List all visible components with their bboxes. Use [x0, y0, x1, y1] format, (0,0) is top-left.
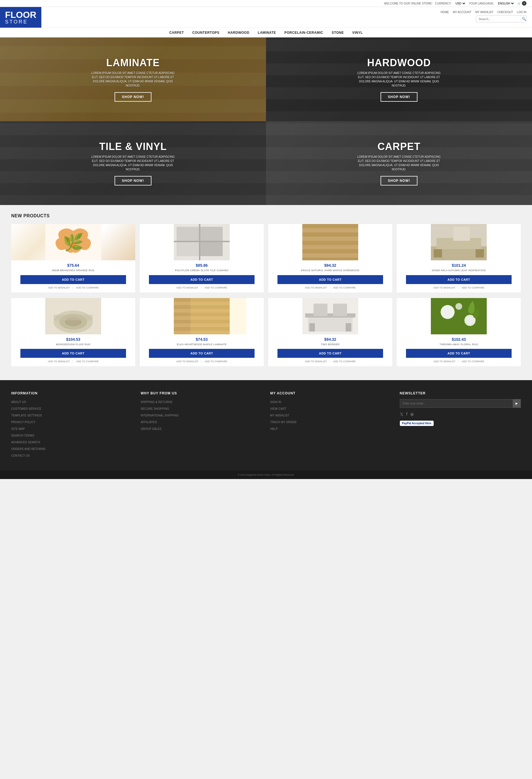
- home-link[interactable]: HOME: [440, 11, 449, 14]
- wishlist-link-3[interactable]: ADD TO WISHLIST: [305, 286, 327, 289]
- footer-link-group-sales[interactable]: GROUP SALES: [141, 427, 162, 430]
- nav-right: HOME MY ACCOUNT MY WISHLIST CHECKOUT LOG…: [440, 11, 526, 24]
- my-wishlist-link[interactable]: MY WISHLIST: [475, 11, 493, 14]
- login-link[interactable]: LOG IN: [517, 11, 526, 14]
- product-card-1: $75.64 INDIB BRANCHES ORANGE RUG ADD TO …: [11, 224, 135, 292]
- footer-link-intl-shipping[interactable]: INTERNATIONAL SHIPPING: [141, 414, 179, 417]
- footer-link-customer[interactable]: CUSTOMER SERVICE: [11, 407, 41, 410]
- footer-link-privacy[interactable]: PRIVACY POLICY: [11, 421, 36, 424]
- footer-link-sign-in[interactable]: SIGN IN: [270, 401, 281, 404]
- nav-countertops[interactable]: COUNTERTOPS: [192, 31, 219, 35]
- svg-rect-113: [305, 313, 355, 317]
- hero-tile-desc: LOREM IPSUM DOLOR SIT AMET CONSE CTETUR …: [91, 155, 175, 172]
- footer-link-wishlist[interactable]: MY WISHLIST: [270, 414, 289, 417]
- products-grid-row1: $75.64 INDIB BRANCHES ORANGE RUG ADD TO …: [11, 224, 521, 292]
- svg-rect-81: [302, 232, 358, 237]
- compare-link-3[interactable]: ADD TO COMPARE: [333, 286, 356, 289]
- hero-hardwood-btn[interactable]: SHOP NOW!: [380, 92, 417, 102]
- svg-rect-76: [174, 241, 230, 242]
- compare-link-4[interactable]: ADD TO COMPARE: [462, 286, 484, 289]
- nav-hardwood[interactable]: HARDWOOD: [228, 31, 249, 35]
- product-name-5: MOHODESIGN FLUID RUG: [11, 343, 135, 346]
- wishlist-link-7[interactable]: ADD TO WISHLIST: [305, 360, 327, 363]
- compare-link-7[interactable]: ADD TO COMPARE: [333, 360, 356, 363]
- add-to-cart-btn-6[interactable]: ADD TO CART: [149, 349, 254, 358]
- twitter-icon[interactable]: 𝕏: [400, 412, 404, 417]
- hero-hardwood: HARDWOOD LOREM IPSUM DOLOR SIT AMET CONS…: [266, 38, 532, 121]
- add-to-cart-btn-1[interactable]: ADD TO CART: [20, 275, 126, 284]
- add-to-cart-btn-7[interactable]: ADD TO CART: [278, 349, 383, 358]
- footer-link-about[interactable]: ABOUT US: [11, 401, 26, 404]
- svg-rect-82: [302, 237, 358, 241]
- compare-link-6[interactable]: ADD TO COMPARE: [204, 360, 227, 363]
- wishlist-link-2[interactable]: ADD TO WISHLIST: [176, 286, 198, 289]
- language-select[interactable]: ENGLISH: [497, 2, 515, 5]
- footer-my-account-list: SIGN IN VIEW CART MY WISHLIST TRACK MY O…: [270, 399, 392, 431]
- svg-rect-91: [453, 227, 470, 241]
- nav-porcelain[interactable]: PORCELAIN-CERAMIC: [285, 31, 323, 35]
- search-button[interactable]: 🔍: [519, 16, 526, 22]
- product-price-3: $94.32: [268, 263, 392, 267]
- compare-link-2[interactable]: ADD TO COMPARE: [204, 286, 227, 289]
- footer-link-orders[interactable]: ORDERS AND RETURNS: [11, 447, 46, 451]
- product-links-3: ADD TO WISHLIST | ADD TO COMPARE: [268, 286, 392, 289]
- add-to-cart-btn-2[interactable]: ADD TO CART: [149, 275, 254, 284]
- footer-link-track[interactable]: TRACK MY ORDER: [270, 421, 297, 424]
- logo[interactable]: FLOOR STORE: [0, 7, 41, 27]
- wishlist-link-5[interactable]: ADD TO WISHLIST: [48, 360, 70, 363]
- hero-laminate-btn[interactable]: SHOP NOW!: [115, 92, 151, 102]
- add-to-cart-btn-8[interactable]: ADD TO CART: [406, 349, 511, 358]
- newsletter-input-wrap[interactable]: ▶: [400, 399, 521, 408]
- checkout-link[interactable]: CHECKOUT: [497, 11, 513, 14]
- footer-link-affiliates[interactable]: AFFILIATES: [141, 421, 157, 424]
- newsletter-input[interactable]: [400, 400, 513, 408]
- my-account-link[interactable]: MY ACCOUNT: [453, 11, 472, 14]
- footer-link-search[interactable]: SEARCH TERMS: [11, 434, 35, 437]
- product-card-6: $74.53 ELKA HEARTWOOD MAPLE LAMINATE ADD…: [140, 298, 264, 366]
- compare-link-5[interactable]: ADD TO COMPARE: [76, 360, 99, 363]
- compare-link-1[interactable]: ADD TO COMPARE: [76, 286, 99, 289]
- footer-link-sitemap[interactable]: SITE MAP: [11, 427, 25, 430]
- footer-link-contact[interactable]: CONTACT US: [11, 454, 30, 457]
- footer-information-title: INFORMATION: [11, 391, 132, 395]
- footer-link-shipping[interactable]: SHIPPING & RETURNS: [141, 401, 173, 404]
- wishlist-link-6[interactable]: ADD TO WISHLIST: [176, 360, 198, 363]
- currency-select[interactable]: USD EUR: [454, 2, 466, 5]
- hero-carpet-btn[interactable]: SHOP NOW!: [380, 176, 417, 185]
- compare-link-8[interactable]: ADD TO COMPARE: [462, 360, 484, 363]
- product-image-3: [268, 224, 392, 260]
- nav-carpet[interactable]: CARPET: [169, 31, 184, 35]
- footer-link-secure[interactable]: SECURE SHOPPING: [141, 407, 169, 410]
- svg-rect-83: [302, 241, 358, 245]
- nav-stone[interactable]: STONE: [332, 31, 344, 35]
- hero-tile-btn[interactable]: SHOP NOW!: [115, 176, 151, 185]
- svg-rect-93: [476, 249, 484, 257]
- cart-count: 0: [522, 1, 526, 6]
- search-bar[interactable]: 🔍: [476, 15, 526, 22]
- svg-rect-110: [190, 298, 246, 334]
- add-to-cart-btn-4[interactable]: ADD TO CART: [406, 275, 511, 284]
- svg-rect-45: [0, 195, 266, 205]
- search-input[interactable]: [476, 16, 519, 22]
- svg-point-123: [456, 303, 462, 310]
- footer-link-advanced-search[interactable]: ADVANCED SEARCH: [11, 441, 40, 444]
- add-to-cart-btn-5[interactable]: ADD TO CART: [20, 349, 126, 358]
- footer-link-template[interactable]: TEMPLATE SETTINGS: [11, 414, 42, 417]
- nav-vinyl[interactable]: VINYL: [352, 31, 363, 35]
- footer-link-view-cart[interactable]: VIEW CART: [270, 407, 286, 410]
- svg-rect-5: [0, 38, 266, 46]
- footer-link-help[interactable]: HELP: [270, 427, 278, 430]
- facebook-icon[interactable]: f: [406, 412, 407, 417]
- products-section: NEW PRODUCTS $75.64 INDIB BRANCHES ORANG…: [0, 205, 532, 380]
- newsletter-submit[interactable]: ▶: [513, 400, 521, 408]
- cart-icon-wrap[interactable]: 🛒 0: [518, 1, 526, 6]
- wishlist-link-1[interactable]: ADD TO WISHLIST: [48, 286, 70, 289]
- rss-icon[interactable]: ⊕: [410, 412, 414, 417]
- svg-rect-73: [200, 227, 223, 241]
- wishlist-link-8[interactable]: ADD TO WISHLIST: [433, 360, 456, 363]
- product-name-2: POLYFLOR CREMA SLATE TILE CAMARO: [140, 269, 264, 272]
- add-to-cart-btn-3[interactable]: ADD TO CART: [278, 275, 383, 284]
- hero-laminate-title: LAMINATE: [106, 57, 160, 69]
- nav-laminate[interactable]: LAMINATE: [258, 31, 276, 35]
- wishlist-link-4[interactable]: ADD TO WISHLIST: [433, 286, 456, 289]
